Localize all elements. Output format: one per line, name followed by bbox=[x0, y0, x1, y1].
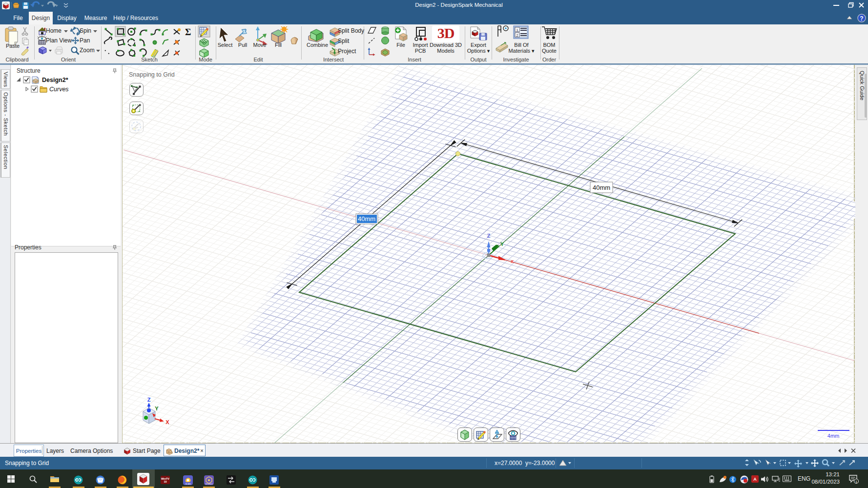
svg-text:X: X bbox=[165, 419, 169, 425]
svg-text:Curves: Curves bbox=[49, 86, 69, 93]
svg-text:Design2*: Design2* bbox=[42, 77, 68, 83]
svg-text:4mm: 4mm bbox=[827, 433, 839, 439]
svg-text:Y: Y bbox=[500, 241, 504, 247]
svg-text:Z: Z bbox=[487, 233, 490, 239]
svg-text:SCAN: SCAN bbox=[185, 483, 190, 485]
svg-text:1: 1 bbox=[855, 480, 858, 484]
svg-text:2: 2 bbox=[516, 33, 518, 38]
svg-text:?: ? bbox=[860, 15, 863, 22]
svg-text:STUDIO: STUDIO bbox=[205, 483, 212, 485]
svg-text:40mm: 40mm bbox=[593, 184, 610, 191]
svg-text:Z: Z bbox=[147, 397, 151, 403]
svg-text:Σ: Σ bbox=[185, 27, 191, 37]
svg-text:x: x bbox=[511, 258, 514, 264]
svg-text:10: 10 bbox=[164, 480, 166, 483]
svg-text:40mm: 40mm bbox=[358, 215, 375, 223]
svg-text:A: A bbox=[753, 477, 757, 482]
svg-text:1: 1 bbox=[516, 28, 518, 32]
svg-text:Y: Y bbox=[155, 406, 159, 411]
